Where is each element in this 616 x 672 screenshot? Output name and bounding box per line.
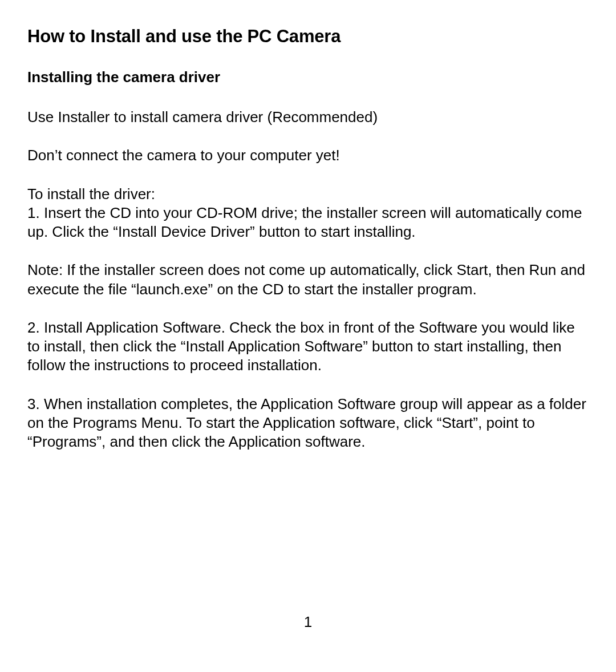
document-page: How to Install and use the PC Camera Ins… [0, 0, 616, 672]
paragraph-intro-1: Use Installer to install camera driver (… [27, 108, 589, 127]
step-3: 3. When installation completes, the Appl… [27, 395, 589, 452]
install-lead: To install the driver: [27, 185, 589, 204]
step-2: 2. Install Application Software. Check t… [27, 318, 589, 375]
note-paragraph: Note: If the installer screen does not c… [27, 261, 589, 299]
page-number: 1 [0, 613, 616, 631]
install-block: To install the driver: 1. Insert the CD … [27, 185, 589, 242]
paragraph-intro-2: Don’t connect the camera to your compute… [27, 146, 589, 165]
section-heading: Installing the camera driver [27, 68, 589, 86]
step-1: 1. Insert the CD into your CD-ROM drive;… [27, 204, 582, 240]
page-title: How to Install and use the PC Camera [27, 26, 589, 47]
